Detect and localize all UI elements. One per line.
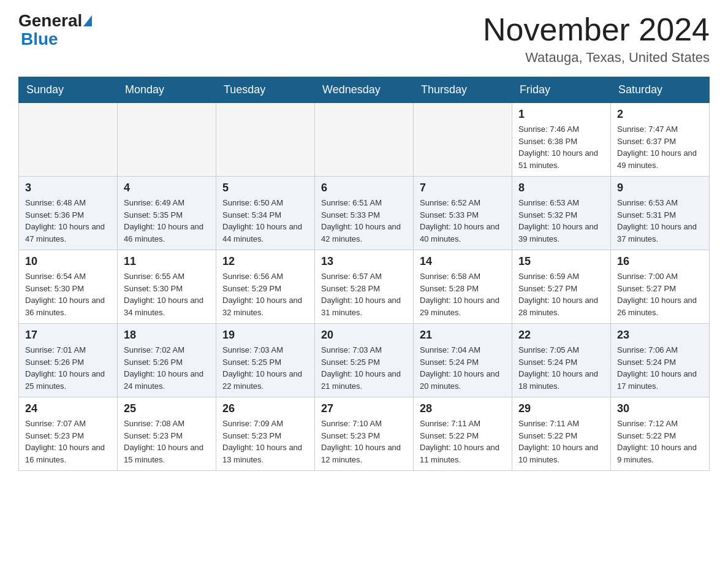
day-number: 5 <box>222 182 308 194</box>
day-number: 8 <box>518 182 604 194</box>
column-header-monday: Monday <box>118 77 216 103</box>
calendar-cell: 12Sunrise: 6:56 AM Sunset: 5:29 PM Dayli… <box>216 250 315 324</box>
day-number: 9 <box>617 182 703 194</box>
calendar-cell: 9Sunrise: 6:53 AM Sunset: 5:31 PM Daylig… <box>611 177 710 250</box>
day-info: Sunrise: 7:07 AM Sunset: 5:23 PM Dayligh… <box>25 418 111 465</box>
day-info: Sunrise: 7:03 AM Sunset: 5:25 PM Dayligh… <box>321 344 407 392</box>
day-number: 18 <box>124 329 210 342</box>
day-number: 20 <box>321 329 407 342</box>
calendar-cell: 6Sunrise: 6:51 AM Sunset: 5:33 PM Daylig… <box>315 177 414 250</box>
day-number: 22 <box>518 329 604 342</box>
logo-general-text: General <box>18 12 82 29</box>
day-info: Sunrise: 6:48 AM Sunset: 5:36 PM Dayligh… <box>25 197 111 245</box>
day-info: Sunrise: 6:58 AM Sunset: 5:28 PM Dayligh… <box>420 270 506 318</box>
calendar-cell: 16Sunrise: 7:00 AM Sunset: 5:27 PM Dayli… <box>611 250 710 324</box>
day-info: Sunrise: 7:03 AM Sunset: 5:25 PM Dayligh… <box>222 344 308 392</box>
day-number: 27 <box>321 402 407 415</box>
calendar-cell: 14Sunrise: 6:58 AM Sunset: 5:28 PM Dayli… <box>414 250 512 324</box>
calendar-cell <box>315 103 414 177</box>
week-row-2: 3Sunrise: 6:48 AM Sunset: 5:36 PM Daylig… <box>19 177 710 250</box>
day-number: 21 <box>420 329 506 342</box>
day-info: Sunrise: 7:11 AM Sunset: 5:22 PM Dayligh… <box>420 418 506 465</box>
calendar-cell <box>414 103 512 177</box>
calendar-cell: 2Sunrise: 7:47 AM Sunset: 6:37 PM Daylig… <box>611 103 710 177</box>
calendar-cell: 24Sunrise: 7:07 AM Sunset: 5:23 PM Dayli… <box>19 397 118 471</box>
day-info: Sunrise: 6:49 AM Sunset: 5:35 PM Dayligh… <box>124 197 210 245</box>
calendar-cell: 15Sunrise: 6:59 AM Sunset: 5:27 PM Dayli… <box>512 250 611 324</box>
day-info: Sunrise: 7:06 AM Sunset: 5:24 PM Dayligh… <box>617 344 703 392</box>
column-header-thursday: Thursday <box>414 77 512 103</box>
calendar-cell: 10Sunrise: 6:54 AM Sunset: 5:30 PM Dayli… <box>19 250 118 324</box>
day-info: Sunrise: 7:05 AM Sunset: 5:24 PM Dayligh… <box>518 344 604 392</box>
day-number: 25 <box>124 402 210 415</box>
day-info: Sunrise: 7:02 AM Sunset: 5:26 PM Dayligh… <box>124 344 210 392</box>
day-number: 15 <box>518 255 604 268</box>
calendar-cell: 19Sunrise: 7:03 AM Sunset: 5:25 PM Dayli… <box>216 324 315 397</box>
day-info: Sunrise: 7:01 AM Sunset: 5:26 PM Dayligh… <box>25 344 111 392</box>
day-number: 1 <box>518 108 604 121</box>
day-info: Sunrise: 7:46 AM Sunset: 6:38 PM Dayligh… <box>518 123 604 171</box>
day-number: 4 <box>124 182 210 194</box>
logo-blue-text: Blue <box>21 29 58 48</box>
calendar-cell: 29Sunrise: 7:11 AM Sunset: 5:22 PM Dayli… <box>512 397 611 471</box>
page-header: General Blue November 2024 Watauga, Texa… <box>18 12 710 66</box>
calendar-cell: 28Sunrise: 7:11 AM Sunset: 5:22 PM Dayli… <box>414 397 512 471</box>
calendar-cell: 1Sunrise: 7:46 AM Sunset: 6:38 PM Daylig… <box>512 103 611 177</box>
column-header-friday: Friday <box>512 77 611 103</box>
day-info: Sunrise: 7:12 AM Sunset: 5:22 PM Dayligh… <box>617 418 703 465</box>
day-info: Sunrise: 7:00 AM Sunset: 5:27 PM Dayligh… <box>617 270 703 318</box>
day-number: 14 <box>420 255 506 268</box>
calendar-cell: 5Sunrise: 6:50 AM Sunset: 5:34 PM Daylig… <box>216 177 315 250</box>
column-header-tuesday: Tuesday <box>216 77 315 103</box>
column-header-sunday: Sunday <box>19 77 118 103</box>
calendar-cell <box>118 103 216 177</box>
calendar-cell: 11Sunrise: 6:55 AM Sunset: 5:30 PM Dayli… <box>118 250 216 324</box>
day-info: Sunrise: 6:55 AM Sunset: 5:30 PM Dayligh… <box>124 270 210 318</box>
day-info: Sunrise: 6:59 AM Sunset: 5:27 PM Dayligh… <box>518 270 604 318</box>
calendar-cell: 25Sunrise: 7:08 AM Sunset: 5:23 PM Dayli… <box>118 397 216 471</box>
day-number: 6 <box>321 182 407 194</box>
column-header-wednesday: Wednesday <box>315 77 414 103</box>
day-info: Sunrise: 6:53 AM Sunset: 5:32 PM Dayligh… <box>518 197 604 245</box>
calendar-cell: 30Sunrise: 7:12 AM Sunset: 5:22 PM Dayli… <box>611 397 710 471</box>
day-number: 17 <box>25 329 111 342</box>
day-number: 11 <box>124 255 210 268</box>
week-row-4: 17Sunrise: 7:01 AM Sunset: 5:26 PM Dayli… <box>19 324 710 397</box>
day-number: 2 <box>617 108 703 121</box>
day-info: Sunrise: 6:54 AM Sunset: 5:30 PM Dayligh… <box>25 270 111 318</box>
day-number: 24 <box>25 402 111 415</box>
day-number: 29 <box>518 402 604 415</box>
day-number: 23 <box>617 329 703 342</box>
calendar-header-row: SundayMondayTuesdayWednesdayThursdayFrid… <box>19 77 710 103</box>
calendar-table: SundayMondayTuesdayWednesdayThursdayFrid… <box>18 77 710 471</box>
day-info: Sunrise: 6:56 AM Sunset: 5:29 PM Dayligh… <box>222 270 308 318</box>
day-info: Sunrise: 6:52 AM Sunset: 5:33 PM Dayligh… <box>420 197 506 245</box>
calendar-cell <box>19 103 118 177</box>
day-info: Sunrise: 7:47 AM Sunset: 6:37 PM Dayligh… <box>617 123 703 171</box>
day-number: 28 <box>420 402 506 415</box>
day-info: Sunrise: 6:50 AM Sunset: 5:34 PM Dayligh… <box>222 197 308 245</box>
month-title: November 2024 <box>483 12 710 47</box>
calendar-cell: 18Sunrise: 7:02 AM Sunset: 5:26 PM Dayli… <box>118 324 216 397</box>
location-title: Watauga, Texas, United States <box>483 50 710 66</box>
day-number: 19 <box>222 329 308 342</box>
calendar-cell: 8Sunrise: 6:53 AM Sunset: 5:32 PM Daylig… <box>512 177 611 250</box>
day-number: 7 <box>420 182 506 194</box>
week-row-5: 24Sunrise: 7:07 AM Sunset: 5:23 PM Dayli… <box>19 397 710 471</box>
day-info: Sunrise: 6:53 AM Sunset: 5:31 PM Dayligh… <box>617 197 703 245</box>
calendar-cell: 7Sunrise: 6:52 AM Sunset: 5:33 PM Daylig… <box>414 177 512 250</box>
calendar-cell: 27Sunrise: 7:10 AM Sunset: 5:23 PM Dayli… <box>315 397 414 471</box>
logo-triangle-icon <box>83 15 92 26</box>
logo-area: General Blue <box>18 12 93 49</box>
calendar-cell: 22Sunrise: 7:05 AM Sunset: 5:24 PM Dayli… <box>512 324 611 397</box>
calendar-cell: 20Sunrise: 7:03 AM Sunset: 5:25 PM Dayli… <box>315 324 414 397</box>
day-number: 26 <box>222 402 308 415</box>
calendar-cell: 26Sunrise: 7:09 AM Sunset: 5:23 PM Dayli… <box>216 397 315 471</box>
day-number: 12 <box>222 255 308 268</box>
day-info: Sunrise: 7:10 AM Sunset: 5:23 PM Dayligh… <box>321 418 407 465</box>
day-number: 3 <box>25 182 111 194</box>
title-area: November 2024 Watauga, Texas, United Sta… <box>483 12 710 66</box>
day-number: 30 <box>617 402 703 415</box>
day-number: 10 <box>25 255 111 268</box>
day-info: Sunrise: 6:57 AM Sunset: 5:28 PM Dayligh… <box>321 270 407 318</box>
